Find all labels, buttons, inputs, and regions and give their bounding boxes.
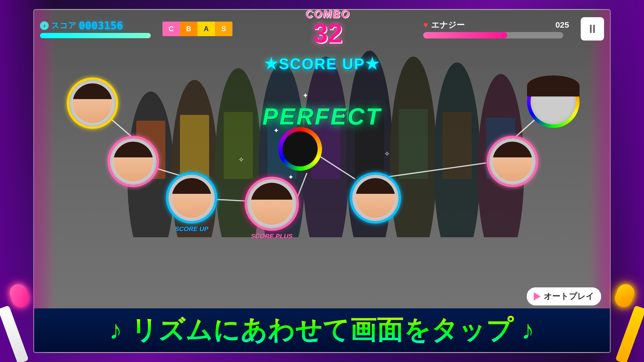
autoplay-play-icon	[534, 292, 541, 301]
node-6-face-sim	[356, 178, 395, 218]
node-8-face	[531, 79, 576, 124]
autoplay-label: オートプレイ	[544, 291, 594, 302]
sparkle-4: ✧	[238, 156, 244, 164]
tap-node-3[interactable]: SCORE UP	[168, 175, 215, 221]
score-up-text: ★SCORE UP★	[264, 55, 380, 73]
center-ring-outer	[278, 127, 322, 171]
lightstick-head-right	[612, 282, 637, 310]
tap-node-7[interactable]	[489, 138, 536, 185]
perfect-text: PERFECT	[262, 103, 382, 130]
node-4-face-sim	[251, 183, 293, 225]
sparkle-3: ✦	[302, 92, 308, 100]
center-ring-inner	[283, 131, 318, 166]
node-3-label: SCORE UP	[175, 225, 209, 233]
node-1-face-sim	[73, 83, 112, 123]
lightstick-head-left	[7, 282, 32, 310]
tap-node-6[interactable]	[352, 175, 399, 221]
tap-node-8[interactable]	[530, 78, 577, 125]
node-8-rainbow-ring	[527, 75, 580, 128]
sparkle-6: ✦	[288, 173, 294, 181]
game-container: SCORE UP SCORE PLUS	[33, 9, 611, 353]
tap-node-2[interactable]	[110, 138, 157, 185]
node-4-label: SCORE PLUS	[251, 233, 293, 240]
tap-node-4[interactable]: SCORE PLUS	[247, 179, 297, 229]
tap-node-1[interactable]	[69, 80, 116, 126]
node-7-face-sim	[493, 142, 532, 181]
node-3-face-sim	[172, 178, 211, 218]
outer-background: SCORE UP SCORE PLUS	[0, 0, 644, 362]
node-2-face-sim	[113, 142, 153, 181]
autoplay-button[interactable]: オートプレイ	[527, 287, 601, 305]
score-up-label: ★SCORE UP★	[264, 55, 380, 73]
sparkle-5: ✧	[384, 150, 390, 158]
tap-node-center[interactable]	[284, 132, 321, 170]
bottom-text: ♪ リズムにあわせて画面をタップ ♪	[109, 312, 535, 348]
bottom-bar: ♪ リズムにあわせて画面をタップ ♪	[34, 308, 610, 352]
